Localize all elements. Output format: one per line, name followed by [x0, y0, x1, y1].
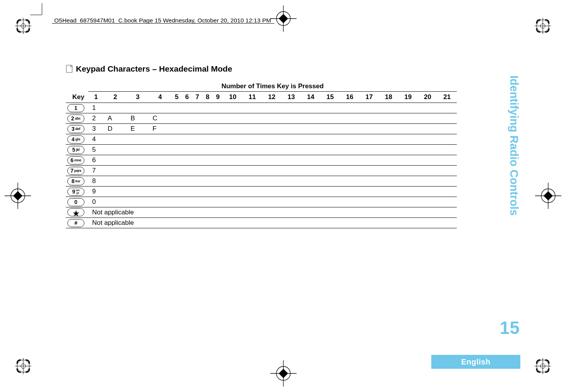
- table-cell: [223, 103, 242, 113]
- table-cell: [437, 103, 457, 113]
- svg-marker-27: [279, 14, 288, 23]
- table-cell: 1: [88, 103, 104, 113]
- table-cell: [359, 197, 379, 207]
- table-cell: [104, 166, 127, 176]
- table-cell: [398, 187, 418, 197]
- key-cell: 6mno: [66, 155, 88, 166]
- table-key-header: Key: [66, 92, 88, 103]
- table-cell: [149, 187, 172, 197]
- svg-marker-31: [279, 369, 288, 378]
- key-pill: 0: [67, 198, 84, 206]
- section-label: Identifying Radio Controls: [508, 75, 520, 216]
- table-cell: [379, 113, 398, 124]
- table-col-header: 17: [359, 92, 379, 103]
- table-col-header: 18: [379, 92, 398, 103]
- table-cell: 6: [88, 155, 104, 166]
- note-icon: [66, 65, 73, 73]
- table-col-header: 10: [223, 92, 242, 103]
- table-cell: [172, 187, 182, 197]
- table-cell: A: [104, 113, 127, 124]
- table-col-header: 4: [149, 92, 172, 103]
- table-cell: [437, 124, 457, 134]
- table-cell: [398, 166, 418, 176]
- table-cell: [192, 176, 202, 187]
- table-cell: [213, 155, 223, 166]
- table-cell: [242, 197, 262, 207]
- key-pill: 1: [67, 104, 84, 112]
- table-cell: [149, 166, 172, 176]
- key-cell: 8tuv: [66, 176, 88, 187]
- table-cell: 9: [88, 187, 104, 197]
- table-cell: [192, 113, 202, 124]
- table-cell: [242, 134, 262, 145]
- table-cell: [379, 124, 398, 134]
- table-cell: [321, 187, 340, 197]
- table-cell: [321, 166, 340, 176]
- table-cell: [192, 134, 202, 145]
- key-cell: ★: [66, 207, 88, 218]
- table-cell: [202, 124, 213, 134]
- table-cell: [262, 155, 281, 166]
- keypad-table: Number of Times Key is PressedKey1234567…: [66, 81, 457, 228]
- table-cell: [398, 197, 418, 207]
- table-cell: [242, 166, 262, 176]
- table-cell: [301, 176, 320, 187]
- table-cell: [398, 134, 418, 145]
- table-cell: [223, 134, 242, 145]
- table-cell: F: [149, 124, 172, 134]
- table-cell: [281, 145, 301, 155]
- table-col-header: 15: [321, 92, 340, 103]
- key-pill: 9wxyz: [67, 188, 84, 196]
- table-cell: 2: [88, 113, 104, 124]
- table-cell: [223, 155, 242, 166]
- table-cell: E: [127, 124, 149, 134]
- table-cell: [379, 176, 398, 187]
- table-cell: [213, 103, 223, 113]
- table-cell: [182, 187, 192, 197]
- key-cell: 9wxyz: [66, 187, 88, 197]
- key-pill: 4ghi: [67, 135, 84, 144]
- table-cell: [242, 113, 262, 124]
- crosshair-icon: [270, 5, 297, 32]
- section-tab: Identifying Radio Controls: [506, 75, 521, 226]
- table-cell: [213, 134, 223, 145]
- table-col-header: 13: [281, 92, 301, 103]
- table-cell: [149, 155, 172, 166]
- table-cell: [340, 187, 359, 197]
- registration-mark-icon: [535, 18, 551, 34]
- table-cell: [262, 113, 281, 124]
- table-cell: [398, 103, 418, 113]
- table-cell: [398, 145, 418, 155]
- table-cell: [340, 197, 359, 207]
- key-pill: 7pqrs: [67, 167, 84, 175]
- table-cell: [192, 166, 202, 176]
- table-cell: [262, 134, 281, 145]
- table-cell: B: [127, 113, 149, 124]
- key-cell: 3def: [66, 124, 88, 134]
- table-cell: [340, 134, 359, 145]
- table-col-header: 14: [301, 92, 320, 103]
- table-cell: [223, 113, 242, 124]
- table-cell: [379, 166, 398, 176]
- table-cell: [281, 166, 301, 176]
- table-cell: [172, 134, 182, 145]
- table-col-header: 20: [418, 92, 437, 103]
- table-cell: [281, 124, 301, 134]
- table-cell: [213, 176, 223, 187]
- heading-text: Keypad Characters – Hexadecimal Mode: [76, 64, 232, 74]
- table-cell: [321, 103, 340, 113]
- table-cell: [213, 145, 223, 155]
- table-cell: [223, 187, 242, 197]
- key-pill: 3def: [67, 125, 84, 133]
- table-cell: [301, 103, 320, 113]
- table-col-header: 6: [182, 92, 192, 103]
- table-cell: [418, 113, 437, 124]
- table-cell: [340, 103, 359, 113]
- table-cell: [281, 197, 301, 207]
- table-cell: [127, 166, 149, 176]
- table-cell: [321, 197, 340, 207]
- table-cell: [321, 176, 340, 187]
- table-cell: [149, 176, 172, 187]
- table-cell: [301, 134, 320, 145]
- table-col-header: 21: [437, 92, 457, 103]
